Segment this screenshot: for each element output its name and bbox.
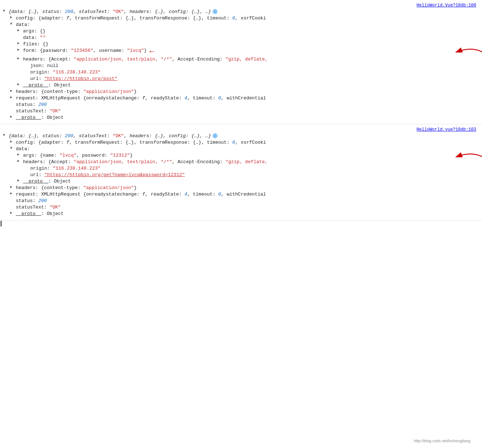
toggle-files-1[interactable]: ►	[17, 41, 22, 45]
proto-top-2: ► __proto__ : Object	[0, 211, 482, 217]
headers-line-2: ► headers : {Accept: "application/json, …	[0, 159, 482, 165]
url-line-2: url : "https://httpbin.org/get?name=lvcq…	[0, 172, 482, 178]
toggle-form-1[interactable]: ►	[17, 48, 22, 52]
summary-line-2: ▼ {data: {…}, status: 200 , statusText: …	[0, 133, 482, 139]
info-icon-1[interactable]: i	[213, 9, 218, 14]
headers-top-2: ► headers : {content-type: "application/…	[0, 185, 482, 191]
toggle-args-2[interactable]: ►	[17, 153, 22, 157]
bottom-link-text: http://blog.csdn.net/lvchongliang	[414, 436, 476, 444]
log-block-2: HelloWorld.vue?18db:103 ▼ {data: {…}, st…	[0, 124, 482, 220]
toggle-data-2[interactable]: ▼	[10, 146, 15, 150]
info-icon-2[interactable]: i	[213, 133, 218, 138]
toggle-root-1[interactable]: ▼	[3, 9, 8, 13]
url-line-1: url : "https://httpbin.org/post"	[0, 76, 482, 82]
text-cursor	[1, 221, 1, 227]
json-line-1: json : null	[0, 63, 482, 69]
console-panel: HelloWorld.Vue?18db:100 ▼ {data: {…}, st…	[0, 0, 482, 227]
bottom-attribution: http://blog.csdn.net/lvchongliang	[414, 438, 476, 444]
arrow-right-1: ←	[149, 48, 154, 56]
proto-data-1: ► __proto__ : Object	[0, 82, 482, 89]
toggle-proto-top-1[interactable]: ►	[10, 115, 15, 119]
request-line-2: ► request : XMLHttpRequest {onreadystate…	[0, 191, 482, 198]
headers-top-1: ► headers : {content-type: "application/…	[0, 89, 482, 95]
status-line-2: status : 200	[0, 198, 482, 204]
origin-line-2: origin : "116.238.148.223"	[0, 165, 482, 172]
files-line-1: ► files : {}	[0, 41, 482, 48]
config-line-1: ► config : {adapter: f , transformReques…	[0, 15, 482, 22]
toggle-headers-top-1[interactable]: ►	[10, 89, 15, 93]
toggle-headers-1[interactable]: ►	[17, 57, 22, 61]
data-val-1: data : ""	[0, 35, 482, 41]
log-block-1: HelloWorld.Vue?18db:100 ▼ {data: {…}, st…	[0, 0, 482, 124]
args-line-1: ► args : {}	[0, 28, 482, 35]
toggle-headers-top-2[interactable]: ►	[10, 185, 15, 189]
data-toggle-2: ▼ data :	[0, 146, 482, 152]
toggle-data-1[interactable]: ▼	[10, 22, 15, 26]
source-link-2[interactable]: HelloWorld.vue?18db:103	[0, 126, 482, 133]
toggle-config-1[interactable]: ►	[10, 15, 15, 19]
proto-top-1: ► __proto__ : Object	[0, 115, 482, 121]
request-line-1: ► request : XMLHttpRequest {onreadystate…	[0, 95, 482, 102]
toggle-proto-top-2[interactable]: ►	[10, 211, 15, 215]
toggle-request-2[interactable]: ►	[10, 192, 15, 196]
toggle-root-2[interactable]: ▼	[3, 133, 8, 137]
statustext-line-1: statusText : "OK"	[0, 108, 482, 115]
config-line-2: ► config : {adapter: f , transformReques…	[0, 139, 482, 146]
toggle-proto-data-2[interactable]: ►	[17, 179, 22, 183]
toggle-request-1[interactable]: ►	[10, 95, 15, 99]
toggle-headers-2[interactable]: ►	[17, 159, 22, 163]
headers-line-1: ► headers : {Accept: "application/json, …	[0, 56, 482, 63]
form-line-1: ► form : {password: "123456" , username:…	[0, 48, 482, 56]
data-toggle-1: ▼ data :	[0, 22, 482, 28]
statustext-line-2: statusText : "OK"	[0, 204, 482, 211]
status-line-1: status : 200	[0, 102, 482, 108]
summary-line-1: ▼ {data: {…}, status: 200 , statusText: …	[0, 9, 482, 15]
args-line-2: ► args : {name: "lvcq" , password: "1231…	[0, 152, 482, 159]
cursor-line	[0, 220, 482, 227]
toggle-config-2[interactable]: ►	[10, 140, 15, 144]
proto-data-2: ► __proto__ : Object	[0, 178, 482, 185]
origin-line-1: origin : "116.238.148.223"	[0, 69, 482, 76]
toggle-args-1[interactable]: ►	[17, 28, 22, 32]
toggle-proto-data-1[interactable]: ►	[17, 82, 22, 86]
source-link-1[interactable]: HelloWorld.Vue?18db:100	[0, 1, 482, 9]
